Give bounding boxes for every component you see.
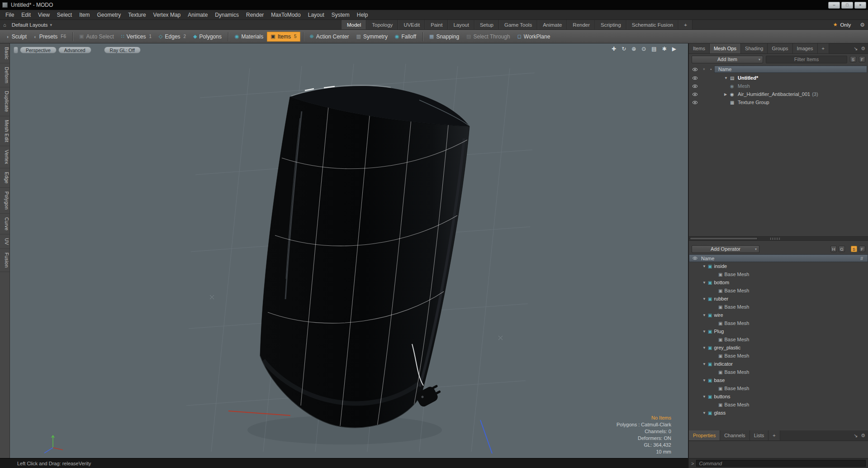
base-mesh-item[interactable]: ▣Base Mesh — [689, 287, 868, 295]
play-icon[interactable]: ▶ — [672, 46, 676, 52]
base-mesh-item[interactable]: ▣Base Mesh — [689, 368, 868, 376]
add-item-dropdown[interactable]: Add Item ▾ — [692, 56, 763, 63]
items-button[interactable]: ▣Items5 — [267, 32, 300, 42]
expand-icon[interactable]: ↘ — [854, 433, 858, 439]
home-icon[interactable]: ⌂ — [0, 22, 9, 28]
command-input[interactable] — [696, 460, 866, 467]
visibility-eye-icon[interactable] — [693, 257, 697, 259]
menu-select[interactable]: Select — [53, 10, 76, 19]
tab-scripting[interactable]: Scripting — [595, 20, 626, 29]
viewport-3d[interactable]: PerspectiveAdvancedRay GL: Off ✚↻⊕⊙▤✱▶ N… — [10, 43, 688, 458]
add-operator-dropdown[interactable]: Add Operator ▾ — [692, 245, 759, 253]
disclosure-icon[interactable]: ▼ — [702, 297, 708, 301]
disclosure-icon[interactable]: ▼ — [702, 330, 708, 334]
horizontal-scrollbar[interactable] — [689, 236, 868, 241]
tree-item-air-humidifier-antibacterial-001[interactable]: ▶◉Air_Humidifier_Antibacterial_001(3) — [689, 90, 868, 98]
operator-indicator[interactable]: ▼▣indicator — [689, 360, 868, 368]
only-toggle[interactable]: Only — [840, 22, 851, 28]
orbit-icon[interactable]: ↻ — [621, 46, 626, 52]
default-layouts-dropdown[interactable]: Default Layouts ▾ — [9, 22, 54, 28]
tab-render[interactable]: Render — [567, 20, 595, 29]
tab-animate[interactable]: Animate — [537, 20, 567, 29]
viewport-thumb[interactable] — [14, 47, 18, 53]
tab-layout[interactable]: Layout — [448, 20, 474, 29]
tree-item-texture-group[interactable]: ▦Texture Group — [689, 98, 868, 106]
filter-items-input[interactable] — [766, 56, 847, 63]
disclosure-icon[interactable]: ▼ — [702, 395, 708, 399]
operator-rubber[interactable]: ▼▣rubber — [689, 295, 868, 303]
graph-icon[interactable]: ▤ — [651, 46, 656, 52]
disclosure-icon[interactable]: ▼ — [724, 76, 730, 80]
select-through-button[interactable]: ▨Select Through — [463, 32, 514, 42]
add-panel-tab[interactable]: + — [818, 43, 829, 53]
sidebar-tab-duplicate[interactable]: Duplicate — [0, 87, 9, 116]
vertices-button[interactable]: ∷Vertices1 — [118, 32, 155, 42]
operator-buttons[interactable]: ▼▣buttons — [689, 392, 868, 401]
tab-schematic-fusion[interactable]: Schematic Fusion — [626, 20, 678, 29]
add-column-icon[interactable]: + — [701, 67, 707, 72]
sidebar-tab-fusion[interactable]: Fusion — [0, 249, 9, 272]
eye-icon[interactable] — [693, 101, 697, 104]
add-layout-tab[interactable]: + — [678, 20, 693, 29]
menu-dynamics[interactable]: Dynamics — [211, 10, 242, 19]
add-bottom-tab[interactable]: + — [768, 430, 780, 440]
disclosure-icon[interactable]: ▼ — [702, 281, 708, 285]
maximize-icon[interactable]: □ — [841, 2, 853, 9]
polygons-button[interactable]: ◆Polygons — [190, 32, 225, 42]
f-button[interactable]: F — [859, 56, 865, 62]
menu-maxtomodo[interactable]: MaxToModo — [267, 10, 304, 19]
symmetry-button[interactable]: ▥Symmetry — [353, 32, 391, 42]
menu-item[interactable]: Item — [76, 10, 93, 19]
bottom-tab-properties[interactable]: Properties — [689, 430, 720, 440]
s-filter-button[interactable]: S — [851, 246, 857, 252]
s-button[interactable]: S — [850, 56, 856, 62]
gear-icon[interactable]: ⚙ — [860, 22, 865, 28]
base-mesh-item[interactable]: ▣Base Mesh — [689, 384, 868, 392]
edges-button[interactable]: ◇Edges2 — [155, 32, 190, 42]
falloff-button[interactable]: ◉Falloff — [391, 32, 420, 42]
disclosure-icon[interactable]: ▼ — [702, 378, 708, 382]
menu-render[interactable]: Render — [242, 10, 267, 19]
tab-paint[interactable]: Paint — [425, 20, 448, 29]
operator-plug[interactable]: ▼▣Plug — [689, 327, 868, 335]
panel-tab-images[interactable]: Images — [793, 43, 818, 53]
gear-icon[interactable]: ⚙ — [861, 433, 865, 439]
sidebar-tab-vertex[interactable]: Vertex — [0, 146, 9, 168]
eye-icon[interactable] — [693, 93, 697, 96]
tab-game-tools[interactable]: Game Tools — [499, 20, 537, 29]
visibility-eye-icon[interactable] — [693, 68, 697, 71]
menu-edit[interactable]: Edit — [18, 10, 34, 19]
expand-icon[interactable]: ↘ — [854, 46, 858, 52]
viewport-ray-gl-off-button[interactable]: Ray GL: Off — [104, 47, 141, 53]
sidebar-tab-deform[interactable]: Deform — [0, 63, 9, 87]
operator-glass[interactable]: ▼▣glass — [689, 409, 868, 417]
disclosure-icon[interactable]: ▼ — [702, 264, 708, 268]
base-mesh-item[interactable]: ▣Base Mesh — [689, 270, 868, 278]
operator-bottom[interactable]: ▼▣bottom — [689, 278, 868, 287]
disclosure-icon[interactable]: ▼ — [702, 411, 708, 415]
viewport-perspective-button[interactable]: Perspective — [20, 47, 57, 53]
eye-icon[interactable] — [693, 85, 697, 88]
materials-button[interactable]: ◉Materials — [231, 32, 267, 42]
panel-tab-items[interactable]: Items — [689, 43, 710, 53]
menu-file[interactable]: File — [2, 10, 18, 19]
tree-item-untitled-[interactable]: ▼▤Untitled* — [689, 74, 868, 82]
snapping-button[interactable]: ▦Snapping — [426, 32, 463, 42]
auto-select-button[interactable]: ▣Auto Select — [76, 32, 118, 42]
minimize-icon[interactable]: – — [828, 2, 840, 9]
tab-model[interactable]: Model — [342, 20, 366, 29]
disclosure-icon[interactable]: ▶ — [724, 92, 730, 96]
tab-uvedit[interactable]: UVEdit — [398, 20, 425, 29]
tab-topology[interactable]: Topology — [366, 20, 398, 29]
pan-icon[interactable]: ✚ — [612, 46, 616, 52]
disclosure-icon[interactable]: ▼ — [702, 362, 708, 366]
tree-item-mesh[interactable]: ◉Mesh — [689, 82, 868, 90]
menu-view[interactable]: View — [34, 10, 53, 19]
splitter-handle[interactable] — [770, 238, 780, 240]
settings-icon[interactable]: ✱ — [662, 46, 667, 52]
sidebar-tab-curve[interactable]: Curve — [0, 214, 9, 235]
bottom-tab-channels[interactable]: Channels — [720, 430, 749, 440]
base-mesh-item[interactable]: ▣Base Mesh — [689, 319, 868, 327]
tab-setup[interactable]: Setup — [474, 20, 499, 29]
sculpt-button[interactable]: ◗Sculpt — [3, 32, 30, 42]
